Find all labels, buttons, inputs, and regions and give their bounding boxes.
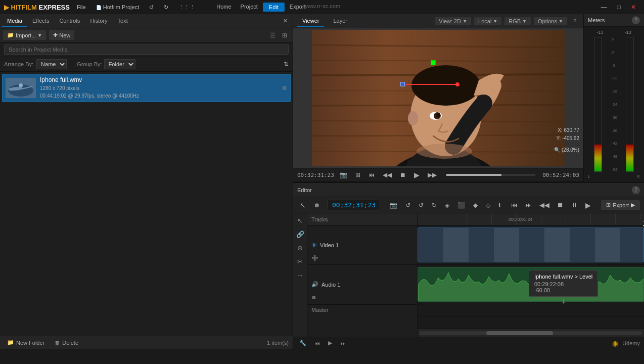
tab-viewer[interactable]: Viewer — [297, 16, 324, 27]
marker2-tool-button[interactable]: ◇ — [483, 201, 493, 210]
view-2d-button[interactable]: View: 2D ▼ — [435, 17, 471, 25]
loop-button[interactable]: ↺ — [403, 201, 413, 210]
viewer-container: Viewer Layer View: 2D ▼ Local ▼ RGB — [293, 14, 583, 182]
playback-settings-button[interactable]: 🔧 — [297, 339, 308, 347]
cut-tool-button[interactable]: ⬛ — [455, 201, 468, 210]
pause-btn[interactable]: ⏸ — [568, 200, 581, 210]
loop-out-button[interactable]: ↻ — [429, 201, 439, 210]
loop-in-button[interactable]: ↺ — [416, 201, 426, 210]
import-button[interactable]: 📁 Import... ▼ — [3, 30, 46, 40]
nav-edit[interactable]: Edit — [263, 3, 285, 12]
editor-timecode[interactable]: 00;32;31;23 — [328, 200, 380, 210]
list-view-button[interactable]: ☰ — [267, 31, 278, 40]
next-btn[interactable]: ⏭ — [338, 339, 348, 347]
tab-controls[interactable]: Controls — [54, 16, 85, 27]
delete-button[interactable]: 🗑 Delete — [52, 339, 81, 347]
diamond-tool-button[interactable]: ◈ — [442, 201, 452, 210]
frame-overlay-button[interactable]: ⊞ — [353, 170, 363, 179]
video-track-controls: ➕ — [311, 255, 318, 261]
track-rows-container: Iphone full.wmv > Level 00:29:22:08 -60.… — [418, 225, 644, 329]
sort-direction-button[interactable]: ⇅ — [284, 61, 289, 68]
prev-btn[interactable]: ⏮ — [312, 339, 322, 347]
skip-to-start-button[interactable]: ⏮ — [366, 170, 377, 179]
prev-frame-btn[interactable]: ⏭ — [522, 200, 535, 210]
tab-history[interactable]: History — [85, 16, 112, 27]
meter-left-bar — [594, 37, 602, 172]
maximize-button[interactable]: □ — [613, 3, 625, 12]
meter-left-fill — [594, 145, 602, 171]
tab-layer[interactable]: Layer — [328, 16, 352, 27]
play-pause-button[interactable]: ▶ — [411, 170, 422, 180]
main-area: Media Effects Controls History Text ✕ 📁 … — [0, 14, 644, 349]
tab-text[interactable]: Text — [113, 16, 133, 27]
local-mode-button[interactable]: Local ▼ — [474, 17, 501, 25]
audio-track-name: Audio 1 — [321, 282, 340, 288]
viewer-area[interactable]: X: 630.77 Y: -405.62 🔍 (28.0%) — [293, 28, 583, 168]
menu-project[interactable]: 📄 Hotfilm Project — [92, 3, 144, 12]
clip-thumb-3 — [469, 228, 494, 262]
scroll-thumb[interactable] — [486, 331, 553, 335]
rev-play-btn[interactable]: ◀◀ — [536, 200, 553, 210]
magnet-tool[interactable]: ⊕ — [296, 243, 304, 253]
arrow-tool[interactable]: ↖ — [296, 215, 304, 226]
camera-capture-button[interactable]: 📷 — [337, 170, 350, 179]
timeline-right: 00;30;01;24 00;35;02;04 — [418, 213, 644, 337]
meters-help-button[interactable]: ? — [632, 16, 640, 24]
panel-close-button[interactable]: ✕ — [280, 17, 291, 25]
video-clip-1[interactable] — [418, 228, 644, 262]
grid-view-button[interactable]: ⊞ — [280, 31, 290, 40]
record-button[interactable]: ⏺ — [311, 201, 323, 210]
snapshot-button[interactable]: 📷 — [387, 201, 400, 210]
arrange-select[interactable]: Name — [36, 59, 67, 69]
viewer-zoom[interactable]: 🔍 (28.0%) — [554, 147, 579, 153]
nav-home[interactable]: Home — [212, 3, 235, 12]
close-button[interactable]: ✕ — [627, 3, 640, 12]
timeline-ruler[interactable]: 00;30;01;24 00;35;02;04 — [418, 213, 644, 225]
viewer-help-button[interactable]: ? — [570, 17, 579, 25]
prev-frame-button[interactable]: ◀◀ — [380, 170, 394, 179]
play-btn[interactable]: ▶ — [582, 200, 594, 210]
audio-clip[interactable] — [418, 267, 644, 302]
undo-btn[interactable]: ↺ — [145, 3, 158, 12]
audio-track-controls: ≋ — [311, 294, 316, 301]
group-label: Group By: — [77, 61, 102, 67]
stop-btn[interactable]: ⏹ — [554, 200, 567, 210]
meter-right-label: -13 — [625, 30, 631, 35]
rgb-mode-button[interactable]: RGB ▼ — [504, 17, 531, 25]
new-media-button[interactable]: ✚ New — [49, 30, 74, 40]
new-folder-button[interactable]: 📁 New Folder — [4, 338, 48, 347]
video-add-effect-button[interactable]: ➕ — [311, 255, 318, 261]
group-select[interactable]: Folder — [104, 59, 135, 69]
media-item-settings-button[interactable]: ⚙ — [282, 85, 287, 92]
editor-help-button[interactable]: ? — [632, 186, 640, 194]
play-fullscreen-button[interactable]: ▶▶ — [425, 170, 439, 179]
scroll-track[interactable] — [420, 331, 642, 335]
link-tool[interactable]: 🔗 — [295, 229, 306, 240]
media-arrange-row: Arrange By: Name Group By: Folder ⇅ — [0, 57, 293, 72]
nav-project[interactable]: Project — [237, 3, 262, 12]
export-button[interactable]: ⊞ Export ▶ — [601, 200, 640, 210]
video-preview — [312, 30, 565, 166]
video-visibility-button[interactable]: 👁 — [311, 242, 317, 248]
info-tool-button[interactable]: ℹ — [496, 201, 503, 210]
tab-media[interactable]: Media — [2, 16, 27, 27]
meter-bars-area: 6 0 -6 -12 -18 -24 -30 -36 -42 -48 -54 — [586, 36, 642, 173]
search-input[interactable] — [4, 44, 289, 55]
options-button[interactable]: Options ▼ — [534, 17, 567, 25]
bottom-status-bar: 🔧 ⏮ ▶ ⏭ ◉ Udemy — [293, 337, 644, 349]
stop-button[interactable]: ⏹ — [397, 170, 408, 179]
select-tool-button[interactable]: ↖ — [297, 200, 308, 210]
timeline-progress-bar[interactable] — [446, 174, 535, 176]
grid-btn[interactable]: ⋮⋮⋮ — [174, 3, 199, 12]
play-status-btn[interactable]: ▶ — [326, 339, 334, 347]
menu-file[interactable]: File — [73, 3, 90, 12]
timeline-scrollbar[interactable] — [418, 329, 644, 337]
marker-tool-button[interactable]: ◆ — [471, 201, 480, 210]
list-item[interactable]: Iphone full.wmv 1280 x 720 pixels 00:44:… — [2, 74, 291, 102]
split-tool[interactable]: ✂ — [296, 256, 304, 267]
minimize-button[interactable]: — — [597, 3, 611, 12]
redo-btn[interactable]: ↻ — [160, 3, 172, 12]
slip-tool[interactable]: ↔ — [295, 270, 305, 281]
tab-effects[interactable]: Effects — [27, 16, 54, 27]
skip-start-btn[interactable]: ⏮ — [508, 200, 521, 210]
